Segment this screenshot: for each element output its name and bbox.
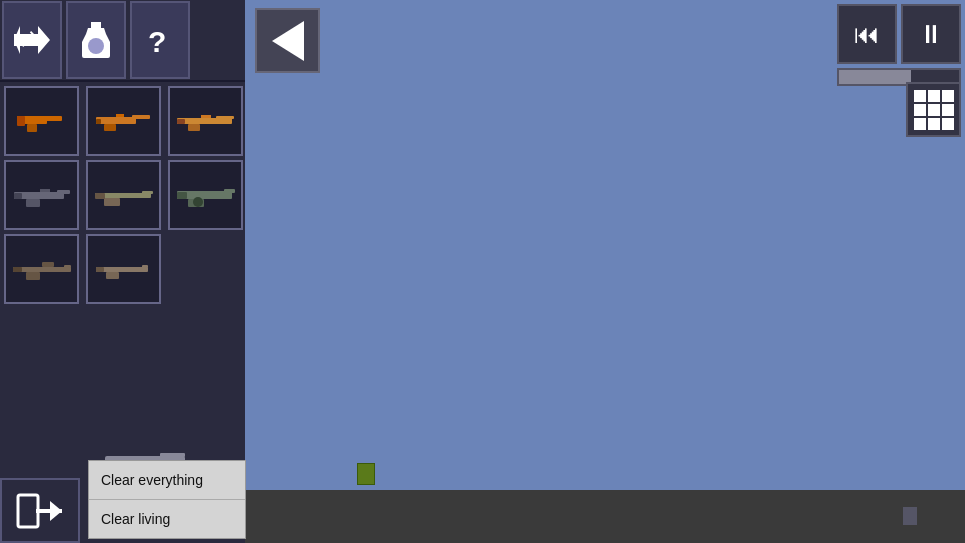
svg-text:⇄: ⇄ [18, 26, 36, 51]
progress-fill [839, 70, 911, 84]
svg-rect-10 [27, 124, 37, 132]
svg-rect-13 [132, 115, 150, 119]
back-arrow-icon [272, 21, 304, 61]
svg-rect-23 [57, 190, 70, 194]
back-button[interactable] [255, 8, 320, 73]
ground-entity [903, 507, 917, 525]
rifle-icon [176, 106, 236, 136]
rewind-icon: ⏮ [854, 19, 880, 50]
weapon-slot-7[interactable] [4, 234, 79, 304]
svg-rect-14 [104, 124, 116, 131]
svg-rect-18 [216, 116, 234, 119]
assault-icon [12, 180, 72, 210]
svg-marker-51 [50, 501, 62, 521]
help-button[interactable]: ? [130, 1, 190, 79]
weapon-slot-4[interactable] [4, 160, 79, 230]
lmg-icon [176, 180, 236, 210]
svg-rect-16 [116, 114, 124, 117]
svg-rect-19 [188, 124, 200, 131]
swap-button[interactable]: ⇄ [2, 1, 62, 79]
carbine-icon [94, 254, 154, 284]
weapon-grid [0, 82, 245, 308]
svg-rect-40 [42, 262, 54, 267]
svg-rect-43 [106, 272, 119, 279]
clear-living-button[interactable]: Clear living [89, 500, 245, 538]
svg-rect-11 [17, 116, 25, 126]
svg-text:?: ? [148, 25, 166, 58]
media-controls: ⏮ ⏸ [837, 4, 961, 64]
weapon-slot-2[interactable] [86, 86, 161, 156]
swap-icon: ⇄ [14, 26, 50, 54]
exit-button[interactable] [0, 478, 80, 543]
svg-point-5 [88, 38, 104, 54]
svg-rect-28 [142, 191, 153, 194]
grid-toggle-button[interactable] [906, 82, 961, 137]
svg-rect-29 [104, 198, 120, 206]
svg-rect-32 [224, 189, 235, 193]
svg-point-35 [193, 197, 203, 207]
svg-rect-20 [177, 119, 185, 124]
svg-rect-46 [160, 453, 185, 457]
item-icon [80, 20, 112, 60]
pistol-icon [12, 106, 72, 136]
pause-button[interactable]: ⏸ [901, 4, 961, 64]
shotgun-icon [94, 180, 154, 210]
svg-rect-44 [96, 267, 104, 272]
svg-rect-49 [18, 495, 38, 527]
svg-rect-24 [26, 199, 40, 207]
weapon-slot-5[interactable] [86, 160, 161, 230]
rewind-button[interactable]: ⏮ [837, 4, 897, 64]
svg-rect-34 [177, 192, 187, 199]
context-menu: Clear everything Clear living [88, 460, 246, 539]
svg-rect-39 [13, 267, 22, 272]
grid-icon [914, 90, 954, 130]
svg-rect-38 [26, 272, 40, 280]
ground [245, 490, 965, 543]
svg-rect-42 [142, 265, 148, 268]
pause-icon: ⏸ [918, 19, 944, 50]
svg-rect-6 [92, 22, 100, 29]
weapon-slot-1[interactable] [4, 86, 79, 156]
svg-rect-12 [96, 117, 136, 124]
svg-rect-15 [96, 119, 101, 124]
help-icon: ? [144, 22, 176, 58]
svg-rect-37 [64, 265, 71, 268]
svg-rect-25 [14, 193, 22, 199]
svg-rect-9 [44, 116, 62, 121]
clear-everything-button[interactable]: Clear everything [89, 461, 245, 500]
svg-rect-26 [40, 189, 50, 192]
item-button[interactable] [66, 1, 126, 79]
toolbar: ⇄ ? [0, 0, 245, 82]
weapon-slot-3[interactable] [168, 86, 243, 156]
svg-rect-30 [95, 193, 105, 199]
sniper-icon [12, 254, 72, 284]
svg-rect-21 [201, 115, 211, 118]
media-controls-panel: ⏮ ⏸ [833, 0, 965, 90]
exit-icon [16, 491, 64, 531]
player-character [357, 463, 375, 485]
weapon-slot-8[interactable] [86, 234, 161, 304]
weapon-slot-6[interactable] [168, 160, 243, 230]
smg-icon [94, 106, 154, 136]
